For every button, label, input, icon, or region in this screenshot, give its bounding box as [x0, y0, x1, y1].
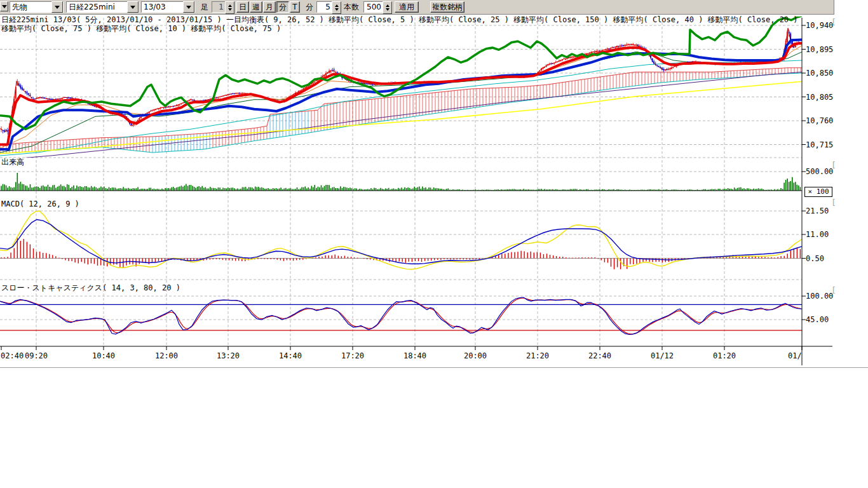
stochastics-pane[interactable]: [0, 297, 802, 335]
x-axis-tick-label: 09:20: [25, 351, 48, 360]
x-axis-tick-label: 10:40: [92, 351, 115, 360]
macd-line: [0, 220, 802, 264]
apply-button[interactable]: 適用: [395, 1, 419, 13]
legend-line-1: 日経225mini 13/03( 5分, 2013/01/10 - 2013/0…: [1, 16, 798, 24]
bars-label: 本数: [344, 1, 359, 13]
x-axis-tick-label: 02:40: [1, 351, 24, 360]
x-axis-tick-label: 14:40: [279, 351, 302, 360]
period-button-minute[interactable]: 分: [276, 1, 289, 13]
pane-handle-icon: [: [831, 198, 836, 207]
minutes-stepper[interactable]: 5: [316, 1, 341, 13]
minutes-value[interactable]: 5: [316, 1, 332, 13]
grid-lines: [0, 18, 802, 346]
y-axis-label: 21.50: [806, 207, 829, 215]
minutes-label: 分: [306, 1, 313, 13]
ashi-interval-value: 1: [212, 1, 225, 13]
bars-stepper[interactable]: 500: [363, 1, 392, 13]
volume-pane-label: 出来高: [1, 158, 24, 166]
x-axis-tick-label: 12:00: [155, 351, 178, 360]
ashi-label: 足: [201, 1, 208, 13]
x-axis-tick-label: 01/1: [788, 351, 802, 360]
symbol-value: 日経225mini: [67, 2, 127, 12]
yellow-ma: [0, 81, 802, 153]
chart-bottom-border: [0, 367, 868, 368]
macd-pane[interactable]: [0, 211, 802, 269]
y-axis-label: 45.00: [806, 315, 829, 324]
toolbar: 先物 日経225mini 13/03 足 1 日 週 月 分 T 分 5 本数 …: [0, 0, 834, 15]
y-axis-label: 10,760: [806, 116, 833, 125]
macd-pane-label: MACD( 12, 26, 9 ): [1, 200, 79, 208]
ashi-interval-stepper[interactable]: 1: [212, 1, 234, 13]
stoch-d-line: [0, 298, 801, 334]
x-axis-tick-label: 17:20: [341, 351, 364, 360]
y-axis-label: 100.00: [806, 292, 833, 301]
pane-handle-icon: [: [831, 17, 836, 27]
period-button-weekly[interactable]: 週: [250, 1, 262, 13]
y-axis-label: 10,850: [806, 69, 833, 78]
period-button-monthly[interactable]: 月: [263, 1, 276, 13]
period-button-tick[interactable]: T: [290, 1, 300, 13]
x-axis-tick-label: 01:20: [713, 351, 736, 360]
ichimoku-cloud-hatch-blue: [153, 111, 308, 152]
y-axis-label: 11.00: [806, 230, 829, 239]
x-axis-tick-label: 21:20: [526, 351, 549, 360]
bars-value[interactable]: 500: [363, 1, 383, 13]
chevron-down-icon[interactable]: [127, 1, 139, 13]
chart-canvas[interactable]: [0, 14, 868, 367]
period-button-daily[interactable]: 日: [236, 1, 249, 13]
legend-line-2: 移動平均( Close, 75 ) 移動平均( Close, 10 ) 移動平均…: [1, 25, 281, 33]
spinner-arrows-icon[interactable]: [332, 1, 341, 14]
clipped-combo-dropdown-icon[interactable]: [0, 1, 8, 11]
spinner-arrows-icon[interactable]: [225, 1, 234, 14]
chart-area[interactable]: 日経225mini 13/03( 5分, 2013/01/10 - 2013/0…: [0, 14, 868, 367]
stoch-k-line: [0, 297, 802, 335]
x-axis-tick-label: 22:40: [588, 351, 611, 360]
instrument-type-value: 先物: [10, 2, 51, 12]
y-axis-label: 10,940: [806, 21, 833, 30]
volume-multiplier-badge: × 100: [804, 187, 832, 197]
multi-symbol-button[interactable]: 複数銘柄: [430, 1, 465, 13]
contract-month-select[interactable]: 13/03: [141, 1, 195, 13]
blue-thick-ma: [0, 40, 802, 150]
contract-month-value: 13/03: [142, 2, 183, 12]
x-axis-tick-label: 13:20: [217, 351, 240, 360]
y-axis-label: 10,805: [806, 93, 833, 102]
volume-pane[interactable]: [1, 173, 800, 191]
y-axis-label: 0.50: [806, 254, 824, 263]
spinner-arrows-icon[interactable]: [383, 1, 392, 14]
trading-app-window: 先物 日経225mini 13/03 足 1 日 週 月 分 T 分 5 本数 …: [0, 0, 868, 488]
chevron-down-icon[interactable]: [51, 1, 63, 13]
x-axis-tick-label: 18:40: [403, 351, 426, 360]
y-axis-label: 10,715: [806, 140, 833, 149]
instrument-type-select[interactable]: 先物: [10, 1, 64, 13]
chevron-down-icon[interactable]: [183, 1, 194, 13]
pane-handle-icon: [: [831, 160, 836, 170]
y-axis-label: 500.00: [806, 167, 833, 176]
volume-bars: [1, 173, 800, 191]
symbol-select[interactable]: 日経225mini: [66, 1, 139, 13]
x-axis-tick-label: 01/12: [651, 351, 674, 360]
pane-handle-icon: [: [831, 285, 836, 295]
macd-histogram: [1, 238, 800, 269]
main-price-pane[interactable]: [0, 16, 802, 160]
y-axis-label: 10,895: [806, 45, 833, 54]
x-axis-tick-label: 20:00: [464, 351, 487, 360]
cyan-ma: [0, 60, 802, 156]
chevron-down-icon: [2, 5, 7, 8]
stoch-pane-label: スロー・ストキャスティクス( 14, 3, 80, 20 ): [1, 284, 180, 292]
